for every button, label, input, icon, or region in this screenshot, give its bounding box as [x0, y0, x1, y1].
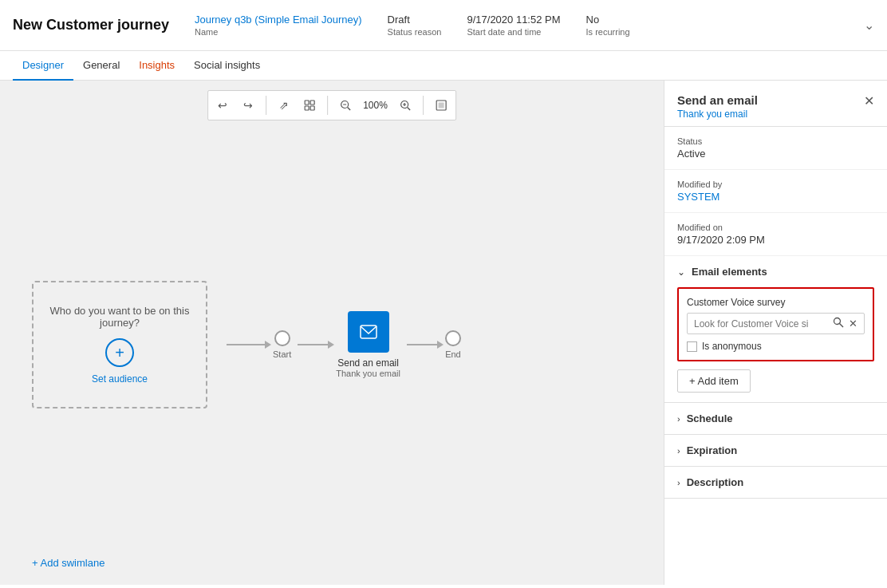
- date-label: Start date and time: [467, 27, 560, 37]
- expand-button[interactable]: ⇗: [273, 94, 295, 116]
- end-circle: [445, 330, 461, 346]
- cv-survey-label: Customer Voice survey: [687, 297, 865, 308]
- meta-date: 9/17/2020 11:52 PM Start date and time: [467, 14, 560, 37]
- svg-rect-2: [305, 106, 309, 110]
- svg-rect-12: [438, 103, 444, 109]
- email-node-container: Send an email Thank you email: [336, 311, 400, 378]
- email-step-node[interactable]: [348, 311, 389, 353]
- zoom-in-button[interactable]: [394, 94, 416, 116]
- journey-flow: Start Send an email: [220, 311, 467, 378]
- svg-line-8: [407, 108, 410, 111]
- fit-button[interactable]: [430, 94, 452, 116]
- tab-insights[interactable]: Insights: [129, 51, 184, 81]
- expiration-chevron-icon: ›: [677, 446, 680, 456]
- audience-box: Who do you want to be on this journey? +…: [32, 281, 207, 408]
- start-label: Start: [273, 349, 291, 359]
- panel-header: Send an email Thank you email ✕: [664, 81, 887, 127]
- zoom-level: 100%: [360, 94, 391, 116]
- cv-clear-icon[interactable]: ✕: [849, 318, 857, 330]
- date-value: 9/17/2020 11:52 PM: [467, 14, 560, 26]
- toolbar-divider-1: [266, 96, 266, 115]
- journey-area: Who do you want to be on this journey? +…: [32, 136, 632, 553]
- panel-close-button[interactable]: ✕: [864, 93, 874, 109]
- grid-button[interactable]: [298, 94, 321, 116]
- redo-button[interactable]: ↪: [237, 94, 259, 116]
- schedule-section[interactable]: › Schedule: [664, 403, 887, 435]
- svg-line-15: [840, 324, 844, 328]
- modified-on-value: 9/17/2020 2:09 PM: [677, 234, 874, 246]
- audience-text: Who do you want to be on this journey?: [34, 305, 206, 329]
- start-circle: [274, 330, 290, 346]
- tab-social-insights[interactable]: Social insights: [184, 51, 270, 81]
- add-swimlane-button[interactable]: + Add swimlane: [32, 557, 104, 569]
- cv-search-input[interactable]: [694, 318, 828, 330]
- expiration-section[interactable]: › Expiration: [664, 435, 887, 467]
- svg-line-5: [348, 108, 351, 111]
- header-right: ⌄: [857, 18, 874, 33]
- add-item-label: + Add item: [689, 375, 739, 387]
- cv-anonymous-row: Is anonymous: [687, 341, 865, 352]
- panel-subtitle[interactable]: Thank you email: [677, 109, 758, 120]
- toolbar-divider-2: [327, 96, 328, 115]
- end-label: End: [445, 349, 461, 359]
- chevron-down-icon[interactable]: ⌄: [864, 18, 874, 33]
- add-item-button[interactable]: + Add item: [677, 369, 751, 393]
- recurring-label: Is recurring: [586, 27, 630, 37]
- schedule-title: Schedule: [687, 412, 733, 424]
- main-content: ↩ ↪ ⇗ 100%: [0, 81, 887, 585]
- description-chevron-icon: ›: [677, 478, 680, 487]
- set-audience-link[interactable]: Set audience: [92, 373, 148, 385]
- header-meta: Journey q3b (Simple Email Journey) Name …: [195, 14, 857, 37]
- toolbar-divider-3: [423, 96, 424, 115]
- status-field-label: Status: [677, 136, 874, 146]
- start-node: Start: [273, 330, 291, 359]
- svg-rect-1: [310, 101, 314, 105]
- zoom-out-button[interactable]: [334, 94, 357, 116]
- search-icon[interactable]: [833, 317, 844, 330]
- cv-survey-section: Customer Voice survey ✕ Is anonymous: [677, 287, 874, 361]
- meta-recurring: No Is recurring: [586, 14, 630, 37]
- panel-title-section: Send an email Thank you email: [677, 93, 758, 120]
- canvas-toolbar: ↩ ↪ ⇗ 100%: [207, 90, 456, 120]
- journey-canvas: ↩ ↪ ⇗ 100%: [0, 81, 664, 585]
- expiration-title: Expiration: [687, 444, 738, 456]
- email-elements-header[interactable]: ⌄ Email elements: [677, 266, 874, 278]
- email-elements-section: ⌄ Email elements Customer Voice survey ✕…: [664, 256, 887, 403]
- modified-by-label: Modified by: [677, 180, 874, 189]
- page-title: New Customer journey: [13, 17, 169, 34]
- description-title: Description: [687, 476, 744, 488]
- tab-bar: Designer General Insights Social insight…: [0, 51, 887, 81]
- audience-plus-button[interactable]: +: [105, 338, 134, 367]
- email-elements-title: Email elements: [692, 266, 767, 278]
- modified-by-value[interactable]: SYSTEM: [677, 191, 874, 203]
- email-node-label: Send an email: [337, 357, 399, 369]
- email-node-sublabel: Thank you email: [336, 369, 400, 378]
- svg-rect-3: [310, 106, 314, 110]
- end-node: End: [445, 330, 461, 359]
- cv-anonymous-label: Is anonymous: [702, 341, 762, 352]
- status-value: Draft: [388, 14, 442, 26]
- description-section[interactable]: › Description: [664, 467, 887, 499]
- meta-name: Journey q3b (Simple Email Journey) Name: [195, 14, 362, 37]
- tab-designer[interactable]: Designer: [13, 51, 73, 81]
- elements-chevron-icon: ⌄: [677, 266, 685, 278]
- status-label: Status reason: [388, 27, 442, 37]
- status-field-value: Active: [677, 148, 874, 160]
- schedule-chevron-icon: ›: [677, 414, 680, 424]
- panel-status-section: Status Active: [664, 127, 887, 170]
- svg-rect-0: [305, 101, 309, 105]
- journey-name-label: Name: [195, 27, 362, 37]
- header: New Customer journey Journey q3b (Simple…: [0, 0, 887, 51]
- tab-general[interactable]: General: [73, 51, 129, 81]
- journey-name-value[interactable]: Journey q3b (Simple Email Journey): [195, 14, 362, 26]
- meta-status: Draft Status reason: [388, 14, 442, 37]
- svg-rect-13: [361, 326, 376, 338]
- panel-modified-on-section: Modified on 9/17/2020 2:09 PM: [664, 213, 887, 256]
- undo-button[interactable]: ↩: [211, 94, 234, 116]
- modified-on-label: Modified on: [677, 223, 874, 232]
- cv-anonymous-checkbox[interactable]: [687, 341, 697, 352]
- panel-modified-by-section: Modified by SYSTEM: [664, 170, 887, 213]
- panel-title: Send an email: [677, 93, 758, 107]
- add-swimlane-label: + Add swimlane: [32, 557, 104, 569]
- right-panel: Send an email Thank you email ✕ Status A…: [664, 81, 887, 585]
